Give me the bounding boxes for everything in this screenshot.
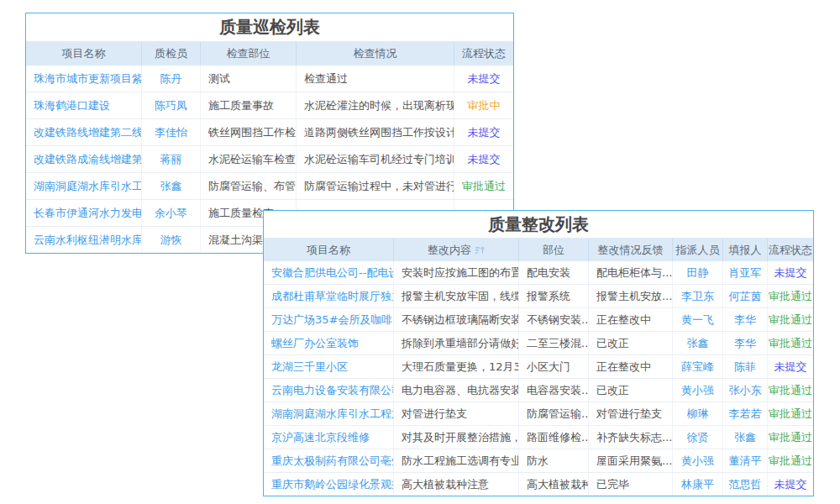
- cell-inspection-part-text: 测试: [208, 71, 230, 87]
- cell-reporter[interactable]: 陈菲: [723, 355, 768, 378]
- cell-assignee-text: 黄一飞: [681, 312, 714, 328]
- cell-rectify-content: 防水工程施工选调有专业资质...: [394, 449, 519, 472]
- cell-inspector[interactable]: 陈丹: [142, 66, 201, 92]
- column-header-rectify-content[interactable]: 整改内容: [394, 239, 519, 261]
- cell-assignee-text: 张鑫: [687, 336, 709, 351]
- cell-reporter[interactable]: 李华: [723, 308, 768, 331]
- cell-inspector-text: 陈丹: [160, 71, 182, 87]
- cell-project-name[interactable]: 万达广场35#会所及咖啡厅空...: [264, 308, 394, 331]
- cell-process-status-text: 审批中: [468, 98, 501, 113]
- cell-project-name[interactable]: 螺丝厂办公室装饰: [264, 332, 394, 354]
- column-header-rectify-feedback: 整改情况反馈: [589, 239, 673, 261]
- cell-project-name-text: 湖南洞庭湖水库引水工...: [34, 179, 142, 194]
- cell-part-text: 路面维修检...: [527, 430, 589, 445]
- cell-inspection-part: 施工质量事故: [201, 92, 297, 118]
- cell-assignee[interactable]: 田静: [673, 261, 723, 284]
- cell-project-name-text: 云南水利枢纽潜明水库...: [34, 233, 142, 248]
- cell-assignee[interactable]: 黄小强: [673, 449, 723, 472]
- cell-inspection-result: 检查通过: [297, 66, 454, 92]
- cell-project-name-text: 长春市伊通河水力发电...: [34, 206, 142, 221]
- table-row: 龙湖三千里小区大理石质量更换，12月31日之...小区大门正在整改中薛宝峰陈菲未…: [264, 354, 813, 378]
- cell-project-name[interactable]: 珠海市城市更新项目紫...: [26, 66, 142, 92]
- column-header-inspector: 质检员: [142, 42, 201, 66]
- cell-project-name-text: 万达广场35#会所及咖啡厅空...: [271, 312, 394, 328]
- cell-reporter[interactable]: 李华: [723, 332, 768, 354]
- cell-inspector[interactable]: 游恢: [142, 227, 201, 253]
- cell-assignee[interactable]: 柳琳: [673, 402, 723, 425]
- cell-reporter[interactable]: 张鑫: [723, 426, 768, 449]
- column-header-inspection-part: 检查部位: [201, 42, 297, 66]
- cell-inspection-part: 测试: [201, 66, 297, 92]
- cell-project-name[interactable]: 重庆太极制药有限公司亳州中...: [264, 449, 394, 472]
- cell-inspector-text: 李佳怡: [155, 125, 187, 140]
- cell-project-name-text: 重庆市鹅岭公园绿化景观提升...: [271, 477, 394, 492]
- cell-assignee-text: 林康平: [681, 477, 714, 492]
- table-header-row: 项目名称质检员检查部位检查情况流程状态: [26, 42, 513, 66]
- cell-process-status: 未提交: [768, 355, 813, 378]
- cell-reporter[interactable]: 范思哲: [723, 473, 768, 496]
- cell-inspection-part-text: 铁丝网围挡工作检查: [208, 125, 297, 140]
- cell-inspector[interactable]: 陈巧凤: [142, 92, 201, 118]
- cell-process-status-text: 审批通过: [769, 383, 812, 398]
- cell-part: 高大植被栽种: [519, 473, 589, 496]
- cell-assignee[interactable]: 黄一飞: [673, 308, 723, 331]
- cell-project-name[interactable]: 珠海鹤港口建设: [26, 92, 142, 118]
- cell-project-name[interactable]: 重庆市鹅岭公园绿化景观提升...: [264, 473, 394, 496]
- cell-rectify-content-text: 防水工程施工选调有专业资质...: [402, 454, 519, 469]
- cell-part: 路面维修检...: [519, 426, 589, 449]
- cell-reporter[interactable]: 何芷茵: [723, 285, 768, 307]
- quality-rectification-panel: 质量整改列表 项目名称整改内容部位整改情况反馈指派人员填报人流程状态 安徽合肥供…: [263, 210, 814, 496]
- cell-part: 报警系统: [519, 285, 589, 307]
- column-header-label: 填报人: [729, 243, 762, 258]
- cell-project-name[interactable]: 京沪高速北京段维修: [264, 426, 394, 449]
- cell-project-name[interactable]: 龙湖三千里小区: [264, 355, 394, 378]
- cell-project-name[interactable]: 云南水利枢纽潜明水库...: [26, 227, 142, 253]
- cell-inspector[interactable]: 蒋丽: [142, 146, 201, 172]
- cell-rectify-content: 电力电容器、电抗器安装方案...: [394, 379, 519, 402]
- cell-inspector[interactable]: 李佳怡: [142, 119, 201, 145]
- cell-rectify-feedback-text: 已完毕: [596, 477, 629, 492]
- cell-rectify-content-text: 拆除到承重墙部分请做好加固...: [402, 336, 519, 351]
- cell-part-text: 防腐管运输...: [527, 407, 589, 422]
- cell-reporter[interactable]: 张小东: [723, 379, 768, 402]
- cell-project-name[interactable]: 改建铁路线增建第二线...: [26, 119, 142, 145]
- cell-assignee[interactable]: 张鑫: [673, 332, 723, 354]
- cell-reporter-text: 李华: [734, 336, 756, 351]
- column-header-reporter: 填报人: [723, 239, 768, 261]
- cell-reporter-text: 张小东: [729, 383, 762, 398]
- table-row: 珠海鹤港口建设陈巧凤施工质量事故水泥砼灌注的时候，出现离析现象审批中: [26, 92, 513, 118]
- cell-project-name[interactable]: 云南电力设备安装有限公司20...: [264, 379, 394, 402]
- cell-inspection-part-text: 水泥砼运输车检查: [208, 152, 296, 167]
- column-header-inspection-result: 检查情况: [297, 42, 454, 66]
- cell-rectify-feedback: 正在整改中: [589, 355, 673, 378]
- cell-process-status-text: 审批通过: [769, 430, 812, 445]
- cell-inspector[interactable]: 张鑫: [142, 173, 201, 199]
- cell-project-name[interactable]: 湖南洞庭湖水库引水工程施工标: [264, 402, 394, 425]
- cell-reporter[interactable]: 董清平: [723, 449, 768, 472]
- cell-project-name[interactable]: 改建铁路成渝线增建第...: [26, 146, 142, 172]
- cell-project-name[interactable]: 安徽合肥供电公司--配电设备...: [264, 261, 394, 284]
- cell-assignee[interactable]: 李卫东: [673, 285, 723, 307]
- cell-inspection-result: 水泥砼运输车司机经过专门培训...: [297, 146, 454, 172]
- cell-project-name[interactable]: 长春市伊通河水力发电...: [26, 200, 142, 226]
- cell-inspection-result-text: 检查通过: [304, 71, 348, 87]
- cell-reporter[interactable]: 李若若: [723, 402, 768, 425]
- cell-rectify-feedback: 补齐缺失标志...: [589, 426, 673, 449]
- sort-icon: [475, 245, 485, 255]
- cell-assignee[interactable]: 林康平: [673, 473, 723, 496]
- column-header-label: 项目名称: [62, 46, 106, 61]
- cell-rectify-feedback-text: 配电柜柜体与...: [596, 265, 672, 281]
- cell-assignee[interactable]: 黄小强: [673, 379, 723, 402]
- column-header-part: 部位: [519, 239, 589, 261]
- cell-assignee[interactable]: 薛宝峰: [673, 355, 723, 378]
- cell-project-name[interactable]: 成都杜甫草堂临时展厅独立展...: [264, 285, 394, 307]
- cell-assignee[interactable]: 徐贤: [673, 426, 723, 449]
- cell-rectify-content-text: 对管进行垫支: [402, 407, 467, 422]
- cell-process-status: 审批通过: [768, 449, 813, 472]
- cell-reporter[interactable]: 肖亚军: [723, 261, 768, 284]
- cell-project-name[interactable]: 湖南洞庭湖水库引水工...: [26, 173, 142, 199]
- column-header-label: 整改内容: [428, 243, 471, 258]
- column-header-label: 质检员: [155, 46, 187, 61]
- cell-process-status-text: 未提交: [468, 152, 501, 167]
- cell-inspector[interactable]: 余小琴: [142, 200, 201, 226]
